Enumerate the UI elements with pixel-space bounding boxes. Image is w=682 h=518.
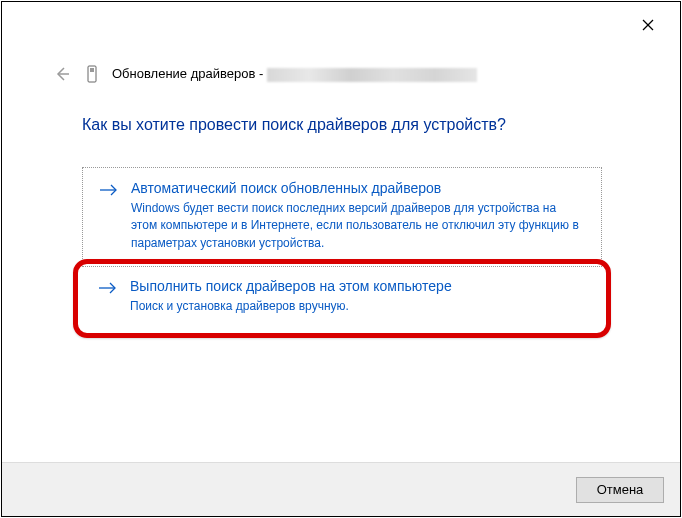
arrow-right-icon xyxy=(99,182,119,202)
option-description: Windows будет вести поиск последних верс… xyxy=(131,200,585,252)
option-description: Поиск и установка драйверов вручную. xyxy=(130,298,586,315)
cancel-button[interactable]: Отмена xyxy=(576,477,664,503)
close-icon xyxy=(642,19,654,31)
obscured-device-name xyxy=(267,68,477,82)
back-button[interactable] xyxy=(52,64,72,84)
device-icon xyxy=(84,64,100,84)
option-title: Автоматический поиск обновленных драйвер… xyxy=(131,180,585,196)
dialog-window: Обновление драйверов - Как вы хотите про… xyxy=(1,1,681,517)
header-row: Обновление драйверов - xyxy=(52,64,477,84)
page-heading: Как вы хотите провести поиск драйверов д… xyxy=(82,116,506,134)
back-arrow-icon xyxy=(53,65,71,83)
dialog-footer: Отмена xyxy=(2,462,680,516)
option-title: Выполнить поиск драйверов на этом компью… xyxy=(130,278,586,294)
highlight-frame: Выполнить поиск драйверов на этом компью… xyxy=(73,259,611,338)
option-manual-search[interactable]: Выполнить поиск драйверов на этом компью… xyxy=(82,270,602,323)
close-button[interactable] xyxy=(628,10,668,40)
arrow-right-icon xyxy=(98,280,118,300)
svg-rect-4 xyxy=(90,68,94,72)
option-auto-search[interactable]: Автоматический поиск обновленных драйвер… xyxy=(82,167,602,267)
window-title: Обновление драйверов - xyxy=(112,66,477,82)
